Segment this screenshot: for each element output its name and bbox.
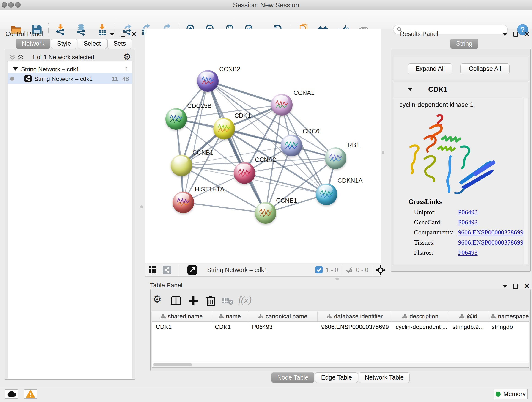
network-node-CDC25B[interactable] bbox=[165, 108, 187, 130]
crosslink-tissues-link[interactable]: 9606.ENSP00000378699 bbox=[458, 239, 523, 246]
grid-view-icon[interactable] bbox=[149, 266, 157, 274]
crosshair-icon[interactable] bbox=[376, 265, 385, 276]
control-panel-close-icon[interactable]: ✕ bbox=[131, 32, 137, 37]
table-cell[interactable]: cyclin-dependent ... bbox=[392, 322, 449, 332]
tab-edge-table[interactable]: Edge Table bbox=[315, 372, 358, 383]
tab-select[interactable]: Select bbox=[78, 38, 107, 49]
crosslink-compartments-link[interactable]: 9606.ENSP00000378699 bbox=[458, 229, 523, 236]
bottom-splitter-handle[interactable] bbox=[336, 278, 339, 280]
tab-network[interactable]: Network bbox=[16, 38, 51, 49]
node-structure-scribble bbox=[329, 153, 342, 164]
column-header-shared-name[interactable]: shared name bbox=[152, 312, 211, 321]
share-view-icon[interactable] bbox=[163, 266, 171, 274]
import-network-icon[interactable] bbox=[55, 24, 66, 36]
section-collapse-icon[interactable] bbox=[408, 88, 413, 91]
crosslink-label: Compartments: bbox=[414, 229, 454, 236]
results-scrollbar[interactable] bbox=[524, 98, 528, 264]
protein-structure-image bbox=[401, 112, 497, 196]
network-node-CCNE1[interactable] bbox=[255, 202, 276, 224]
tab-network-table[interactable]: Network Table bbox=[359, 372, 410, 383]
column-header-canonical-name[interactable]: canonical name bbox=[248, 312, 317, 321]
control-panel-float-icon[interactable] bbox=[120, 32, 125, 37]
table-options-gear-icon[interactable]: ⚙ bbox=[152, 293, 165, 305]
expand-all-button[interactable]: Expand All bbox=[408, 64, 452, 74]
network-node-CDKN1A[interactable] bbox=[316, 184, 337, 205]
selected-checkbox-icon[interactable] bbox=[315, 266, 323, 274]
control-panel-title: Control Panel bbox=[6, 31, 43, 38]
network-node-CCNB1[interactable] bbox=[171, 155, 192, 176]
network-view-dot-icon bbox=[10, 77, 14, 81]
network-node-CDK1[interactable] bbox=[213, 118, 235, 139]
left-splitter-handle[interactable] bbox=[140, 205, 143, 208]
show-columns-icon[interactable] bbox=[170, 295, 182, 307]
table-cell[interactable]: CDK1 bbox=[211, 322, 248, 332]
network-collection-row[interactable]: String Network – cdk1 1 bbox=[8, 64, 132, 75]
results-panel-float-icon[interactable] bbox=[513, 32, 518, 37]
memory-button[interactable]: Memory bbox=[494, 389, 528, 400]
import-network-from-database-icon[interactable] bbox=[75, 24, 87, 36]
network-edge[interactable] bbox=[208, 81, 266, 213]
table-panel-float-icon[interactable] bbox=[513, 284, 518, 289]
import-table-icon[interactable] bbox=[96, 24, 108, 36]
network-node-CCNA2[interactable] bbox=[234, 162, 255, 184]
control-panel-menu-icon[interactable] bbox=[109, 33, 114, 36]
network-node-CDC6[interactable] bbox=[281, 135, 302, 156]
column-header-description[interactable]: description bbox=[392, 312, 449, 321]
crosslink-label: Uniprot: bbox=[414, 209, 436, 216]
hidden-eye-icon bbox=[345, 267, 354, 274]
warning-status-button[interactable] bbox=[24, 389, 37, 399]
tab-node-table[interactable]: Node Table bbox=[271, 372, 314, 383]
crosslink-pharos-link[interactable]: P06493 bbox=[458, 249, 478, 256]
table-cell[interactable]: CDK1 bbox=[152, 322, 211, 332]
tab-string[interactable]: String bbox=[450, 38, 478, 49]
network-node-RB1[interactable] bbox=[325, 147, 346, 169]
main-toolbar: ? bbox=[0, 10, 532, 29]
collection-expand-icon[interactable] bbox=[13, 67, 18, 70]
delete-table-icon[interactable] bbox=[222, 295, 234, 307]
network-node-HIST1H1A[interactable] bbox=[172, 191, 194, 213]
column-header-namespace[interactable]: namespace bbox=[488, 312, 530, 321]
results-panel-close-icon[interactable]: ✕ bbox=[524, 32, 530, 37]
table-cell[interactable]: 9606.ENSP00000378699 bbox=[317, 322, 392, 332]
footer-separator bbox=[179, 265, 179, 275]
network-edge[interactable] bbox=[183, 202, 266, 213]
function-builder-icon[interactable]: f(x) bbox=[238, 294, 252, 305]
delete-column-icon[interactable] bbox=[205, 295, 217, 307]
node-label-CDKN1A: CDKN1A bbox=[337, 177, 363, 184]
create-column-icon[interactable] bbox=[187, 295, 199, 307]
network-node-CCNB2[interactable] bbox=[197, 70, 219, 92]
network-tree: String Network – cdk1 1 String Network –… bbox=[7, 61, 133, 379]
scrollbar-thumb[interactable] bbox=[153, 363, 192, 366]
node-label-CDK1: CDK1 bbox=[234, 112, 251, 119]
node-label-CDC6: CDC6 bbox=[303, 128, 320, 135]
table-panel-menu-icon[interactable] bbox=[502, 285, 507, 288]
right-splitter-handle[interactable] bbox=[382, 151, 385, 154]
column-type-icon bbox=[327, 314, 332, 319]
crosslink-genecard-link[interactable]: P06493 bbox=[458, 219, 478, 226]
table-horizontal-scrollbar[interactable] bbox=[152, 363, 529, 367]
tab-sets[interactable]: Sets bbox=[108, 38, 132, 49]
column-type-icon bbox=[402, 314, 407, 319]
table-row[interactable]: CDK1CDK1P064939606.ENSP00000378699cyclin… bbox=[152, 322, 529, 332]
collapse-all-button[interactable]: Collapse All bbox=[460, 64, 510, 74]
table-cell[interactable]: P06493 bbox=[248, 322, 317, 332]
tab-style[interactable]: Style bbox=[51, 38, 77, 49]
table-cell[interactable]: stringdb:9... bbox=[449, 322, 488, 332]
crosslink-uniprot-link[interactable]: P06493 bbox=[458, 209, 478, 216]
table-cell[interactable]: stringdb bbox=[488, 322, 530, 332]
network-row-selected[interactable]: String Network – cdk1 11 48 bbox=[8, 73, 132, 84]
column-header-database-identifier[interactable]: database identifier bbox=[317, 312, 392, 321]
toolbar-separator bbox=[48, 23, 49, 36]
table-panel-close-icon[interactable]: ✕ bbox=[524, 284, 530, 289]
column-type-icon bbox=[258, 314, 263, 319]
network-view-canvas[interactable]: CCNB2CCNA1CDC25BCDK1CDC6RB1CCNB1CCNA2CDK… bbox=[145, 29, 381, 263]
cloud-status-button[interactable] bbox=[5, 389, 18, 399]
network-options-gear-icon[interactable]: ⚙ bbox=[123, 52, 131, 62]
network-node-CCNA1[interactable] bbox=[271, 94, 293, 115]
network-edge[interactable] bbox=[208, 81, 282, 105]
column-header-name[interactable]: name bbox=[211, 312, 248, 321]
open-in-window-icon[interactable] bbox=[187, 265, 197, 275]
protein-section-header[interactable]: CDK1 bbox=[393, 82, 528, 98]
column-header--id[interactable]: @id bbox=[449, 312, 488, 321]
results-panel-menu-icon[interactable] bbox=[502, 33, 507, 36]
